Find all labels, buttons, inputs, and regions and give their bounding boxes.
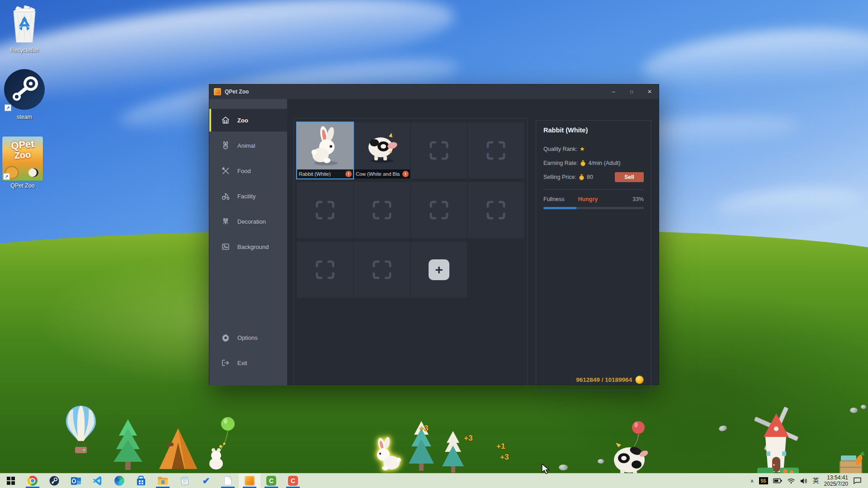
clock-date: 2025/7/20	[824, 481, 848, 487]
sidebar-item-facility[interactable]: Facility	[209, 185, 287, 207]
desktop: RecycleBin ↗ steam QPet Zoo ↗ QP	[0, 0, 868, 488]
fullness-row: Fullness Hungry 33%	[543, 196, 644, 202]
snow-pine-tree-sprite	[439, 429, 467, 474]
flower-icon	[221, 217, 230, 226]
empty-animal-slot[interactable]	[468, 182, 524, 238]
taskbar-document[interactable]	[217, 474, 239, 488]
fullness-label: Fullness	[543, 196, 565, 202]
sidebar-item-food[interactable]: Food	[209, 160, 287, 182]
empty-animal-slot[interactable]	[354, 242, 410, 298]
earning-rate-row: Earning Rate: 4/min (Adult)	[543, 160, 644, 166]
empty-animal-slot[interactable]	[411, 182, 467, 238]
sell-button[interactable]: Sell	[615, 172, 644, 182]
sidebar-item-zoo[interactable]: Zoo	[209, 109, 287, 131]
add-animal-button[interactable]: +	[429, 259, 449, 280]
empty-animal-slot[interactable]	[354, 182, 410, 238]
empty-animal-slot[interactable]	[468, 122, 524, 178]
taskbar-chrome[interactable]	[22, 474, 43, 488]
taskbar-steam[interactable]	[43, 474, 65, 488]
animal-card-label: Rabbit (White)	[297, 169, 353, 178]
gear-icon	[221, 333, 230, 342]
empty-slot-brackets-icon	[315, 200, 335, 220]
window-titlebar[interactable]: QPet Zoo – □ ✕	[209, 84, 659, 99]
sidebar-item-label: Facility	[237, 193, 255, 200]
empty-animal-slot[interactable]	[297, 242, 353, 298]
clock[interactable]: 13:54:41 2025/7/20	[824, 474, 848, 487]
floating-reward-text: +3	[464, 434, 472, 443]
close-button[interactable]: ✕	[641, 84, 659, 99]
taskbar-qpet-zoo[interactable]	[239, 474, 260, 488]
pine-tree-sprite	[110, 417, 146, 470]
windmill-sprite[interactable]	[744, 404, 807, 479]
fullness-progress-fill	[543, 207, 576, 209]
microsoft-store-icon	[136, 476, 146, 486]
cow-thumbnail	[354, 122, 410, 169]
maximize-button[interactable]: □	[623, 84, 641, 99]
tray-expand-chevron-icon[interactable]: ∧	[750, 478, 754, 484]
animal-details-panel: Rabbit (White) Quality Rank: ★ Earning R…	[536, 120, 651, 391]
outlook-icon	[71, 476, 81, 486]
taskbar-store[interactable]	[130, 474, 152, 488]
quality-rank-row: Quality Rank: ★	[543, 145, 644, 152]
fullness-percent: 33%	[632, 196, 644, 202]
sidebar-item-options[interactable]: Options	[209, 326, 287, 349]
green-c-app-icon: C	[266, 476, 276, 486]
speaker-icon[interactable]	[800, 478, 808, 484]
battery-icon[interactable]	[773, 478, 782, 483]
taskbar-red-c-app[interactable]: C	[282, 474, 304, 488]
zoo-icon	[221, 116, 230, 125]
sidebar-item-label: Options	[237, 334, 258, 341]
add-slot-cell: +	[411, 242, 467, 298]
selling-price-value: 80	[587, 174, 593, 180]
document-icon	[224, 476, 231, 485]
start-button[interactable]	[0, 474, 22, 488]
desktop-cow-sprite[interactable]	[610, 419, 656, 477]
empty-slot-brackets-icon	[372, 200, 392, 220]
animal-card-cow[interactable]: Cow (White and Bla !	[354, 122, 410, 178]
taskbar-file-explorer[interactable]	[152, 474, 174, 488]
taskbar-todo[interactable]: ✔	[195, 474, 217, 488]
stone-sprite	[559, 465, 568, 470]
empty-animal-slot[interactable]	[297, 182, 353, 238]
picture-icon	[221, 242, 230, 251]
desktop-icon-recycle-bin[interactable]: RecycleBin	[3, 5, 46, 53]
desktop-icon-steam[interactable]: ↗ steam	[3, 69, 46, 120]
sidebar-item-label: Background	[237, 244, 269, 250]
taskbar-notepad[interactable]	[174, 474, 195, 488]
desktop-icon-label: QPet Zoo	[10, 183, 35, 189]
rabbit-thumbnail	[297, 122, 353, 169]
vscode-icon	[93, 476, 103, 486]
fullness-status: Hungry	[578, 196, 598, 202]
taskbar-vscode[interactable]	[87, 474, 108, 488]
kid-with-balloon-sprite[interactable]	[203, 415, 238, 471]
ime-language-indicator[interactable]: 英	[813, 477, 819, 485]
sidebar-item-animal[interactable]: Animal	[209, 134, 287, 157]
sidebar-item-decoration[interactable]: Decoration	[209, 210, 287, 233]
sidebar-item-label: Food	[237, 168, 251, 174]
red-c-app-icon: C	[288, 476, 298, 486]
animal-card-rabbit[interactable]: Rabbit (White) !	[297, 122, 353, 178]
taskbar-green-c-app[interactable]: C	[260, 474, 282, 488]
stone-sprite	[861, 405, 866, 409]
sidebar-item-exit[interactable]: Exit	[209, 352, 287, 374]
minimize-button[interactable]: –	[604, 84, 623, 99]
hot-air-balloon-sprite[interactable]	[63, 405, 99, 455]
desktop-icon-qpet-zoo[interactable]: QPet Zoo ↗ QPet Zoo	[1, 136, 44, 189]
details-title: Rabbit (White)	[543, 127, 644, 134]
money-bag-icon	[580, 160, 586, 166]
stone-sprite	[598, 459, 604, 464]
floating-reward-text: +3	[500, 453, 509, 462]
chrome-icon	[28, 476, 38, 486]
qpet-art-text-2: Zoo	[2, 149, 43, 162]
desktop-rabbit-sprite[interactable]	[373, 436, 401, 473]
sidebar-item-background[interactable]: Background	[209, 235, 287, 258]
empty-slot-brackets-icon	[429, 200, 449, 220]
notification-center-icon[interactable]	[853, 477, 862, 484]
tray-temp-badge[interactable]: 55	[759, 477, 768, 484]
qpet-zoo-app-icon	[214, 88, 221, 95]
window-title: QPet Zoo	[225, 89, 249, 95]
wifi-icon[interactable]	[787, 478, 795, 484]
empty-animal-slot[interactable]	[411, 122, 467, 178]
taskbar-outlook[interactable]	[65, 474, 87, 488]
taskbar-edge[interactable]	[108, 474, 130, 488]
